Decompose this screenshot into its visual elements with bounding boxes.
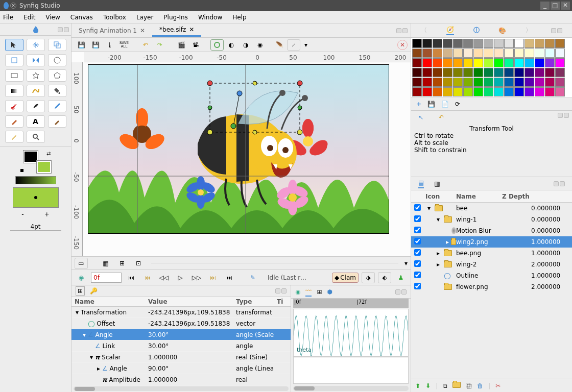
layer-group-icon[interactable]: ⧉ xyxy=(443,382,447,389)
palette-swatch[interactable] xyxy=(504,58,514,67)
close-canvas-button[interactable]: ✕ xyxy=(397,40,408,50)
play-button[interactable]: ▷ xyxy=(174,272,187,283)
params-scrollbar[interactable] xyxy=(74,386,289,391)
palette-swatch[interactable] xyxy=(412,48,422,58)
palette-swatch[interactable] xyxy=(453,87,463,96)
snap-grid-icon[interactable]: ⊡ xyxy=(132,258,145,269)
save-button[interactable]: 💾 xyxy=(75,39,88,51)
palette-swatch[interactable] xyxy=(433,78,442,87)
palette-swatch[interactable] xyxy=(504,87,514,96)
palette-swatch[interactable] xyxy=(422,58,432,67)
palette-swatch[interactable] xyxy=(473,39,483,48)
info-icon[interactable]: ⓘ xyxy=(473,26,480,35)
palette-swatch[interactable] xyxy=(443,87,452,96)
draw-tool[interactable] xyxy=(5,115,23,128)
polygon-tool[interactable] xyxy=(48,69,66,82)
palette-swatch[interactable] xyxy=(473,68,483,77)
palette-swatch[interactable] xyxy=(494,58,504,67)
palette-swatch[interactable] xyxy=(525,58,534,67)
palette-swatch[interactable] xyxy=(535,48,544,58)
palette-swatch[interactable] xyxy=(514,87,524,96)
palette-swatch[interactable] xyxy=(412,58,422,67)
param-row[interactable]: ∠ Link30.00°angle xyxy=(72,340,291,352)
curves-tab-3-icon[interactable]: ⊞ xyxy=(317,288,322,296)
param-value[interactable]: 30.00° xyxy=(148,342,236,350)
menu-file[interactable]: File xyxy=(3,14,13,21)
palette-swatch[interactable] xyxy=(555,78,565,87)
onion-circle-icon[interactable] xyxy=(210,39,224,51)
expand-icon[interactable]: ▸ xyxy=(446,238,449,246)
palette-swatch[interactable] xyxy=(555,58,565,67)
palette-swatch[interactable] xyxy=(494,39,504,48)
palette-swatch[interactable] xyxy=(545,78,555,87)
reset-colors-icon[interactable] xyxy=(20,169,23,172)
layer-new-folder-icon[interactable] xyxy=(452,382,461,389)
curves-tab-1-icon[interactable]: ◉ xyxy=(295,288,300,296)
palette-swatch[interactable] xyxy=(555,48,565,58)
expand-icon[interactable]: ▾ xyxy=(83,331,88,338)
keyframes-tab-icon[interactable]: 🔑 xyxy=(90,287,98,295)
palette-swatch[interactable] xyxy=(422,78,432,87)
layer-visible-checkbox[interactable] xyxy=(414,227,421,233)
palette-save-icon[interactable]: 💾 xyxy=(427,101,435,108)
palette-swatch[interactable] xyxy=(473,87,483,96)
view-menu-icon[interactable]: ▭ xyxy=(75,258,88,269)
palette-swatch[interactable] xyxy=(545,39,555,48)
cutout-tool[interactable] xyxy=(5,100,23,112)
params-tab-icon[interactable]: ⊞ xyxy=(76,286,85,296)
gradient-tool[interactable] xyxy=(5,85,23,97)
menu-view[interactable]: View xyxy=(45,14,60,21)
redo-button[interactable]: ↷ xyxy=(153,39,166,51)
quality-icon[interactable]: 🪶 xyxy=(273,39,286,51)
palette-swatch[interactable] xyxy=(433,58,442,67)
save-as-button[interactable]: 💾 xyxy=(89,39,102,51)
next-frame-button[interactable]: ▷▷ xyxy=(190,272,203,283)
palette-swatch[interactable] xyxy=(412,39,422,48)
param-row[interactable]: ▾∠ Angle30.00°angle (Scale xyxy=(72,329,291,340)
palette-swatch[interactable] xyxy=(463,48,473,58)
palette-swatch[interactable] xyxy=(555,68,565,77)
palette-swatch[interactable] xyxy=(463,68,473,77)
gradient-preview[interactable] xyxy=(15,176,56,184)
menu-window[interactable]: Window xyxy=(198,14,222,21)
palette-swatch[interactable] xyxy=(525,68,534,77)
palette-swatch[interactable] xyxy=(453,58,463,67)
mirror-tool[interactable] xyxy=(27,54,45,66)
layer-row[interactable]: ▸wing2.png1.000000 xyxy=(411,236,572,248)
save-all-button[interactable]: SAVE ALL xyxy=(117,39,131,51)
keyframe-person-icon[interactable]: ♟ xyxy=(394,272,408,283)
bg-color[interactable] xyxy=(37,161,51,173)
brush-minus[interactable]: - xyxy=(21,211,23,218)
palette-swatch[interactable] xyxy=(453,39,463,48)
palette-swatch[interactable] xyxy=(422,87,432,96)
close-icon[interactable]: ✕ xyxy=(189,26,194,33)
nav-prev-icon[interactable]: 〈 xyxy=(421,26,427,35)
eyedropper-tool[interactable] xyxy=(48,100,66,112)
clamp-button[interactable]: ◆Clam xyxy=(332,273,359,283)
palette-swatch[interactable] xyxy=(473,48,483,58)
grid-icon[interactable]: ▦ xyxy=(99,258,112,269)
layer-duplicate-icon[interactable]: ⿻ xyxy=(466,382,472,389)
snap-icon[interactable]: ⟋ xyxy=(287,39,300,51)
layer-visible-checkbox[interactable] xyxy=(414,204,421,211)
palette-swatch[interactable] xyxy=(443,39,452,48)
palette-swatch[interactable] xyxy=(535,58,544,67)
palette-swatch[interactable] xyxy=(535,68,544,77)
animate-mode-icon[interactable]: ◉ xyxy=(75,272,88,283)
fg-color[interactable] xyxy=(23,151,38,163)
param-value[interactable]: 90.00° xyxy=(148,365,236,372)
loop-button[interactable]: ✎ xyxy=(246,272,259,283)
palette-swatch[interactable] xyxy=(463,39,473,48)
brush-size[interactable]: 4pt xyxy=(10,223,61,231)
layer-delete-icon[interactable]: 🗑 xyxy=(477,382,483,389)
scale-tool[interactable] xyxy=(48,39,66,51)
compass-icon[interactable]: 🧭 xyxy=(446,26,454,35)
dropdown-icon[interactable]: ▾ xyxy=(304,41,307,48)
palette-swatch[interactable] xyxy=(484,58,493,67)
layer-visible-checkbox[interactable] xyxy=(414,283,421,289)
sketch-tool[interactable] xyxy=(5,131,23,143)
last-frame-button[interactable]: ⏭ xyxy=(223,272,236,283)
palette-swatch[interactable] xyxy=(504,48,514,58)
dropdown-icon[interactable]: ▾ xyxy=(404,260,408,267)
palette-swatch[interactable] xyxy=(545,58,555,67)
